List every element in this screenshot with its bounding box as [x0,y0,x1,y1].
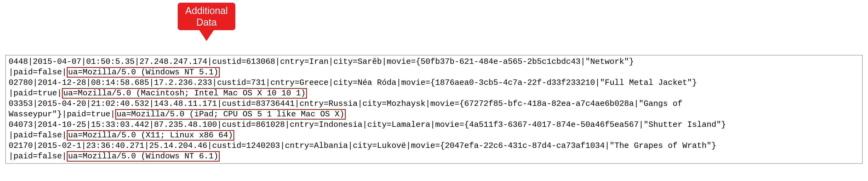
log-line: |paid=false|ua=Mozilla/5.0 (Windows NT 6… [9,151,859,161]
highlight-ua: ua=Mozilla/5.0 (Windows NT 6.1) [67,151,220,161]
log-line: 0448|2015-04-07|01:50:5.35|27.248.247.17… [9,57,859,67]
log-text: |paid=false| [9,68,67,77]
callout-line2: Data [185,17,228,28]
log-line: |paid=false|ua=Mozilla/5.0 (X11; Linux x… [9,130,859,141]
log-text: |paid=false| [9,152,67,161]
highlight-ua: ua=Mozilla/5.0 (Macintosh; Intel Mac OS … [62,88,307,98]
highlight-ua: ua=Mozilla/5.0 (X11; Linux x86 64) [67,130,234,141]
highlight-ua: ua=Mozilla/5.0 (iPad; CPU OS 5 1 like Ma… [115,109,346,120]
log-text: 04073|2014-10-25|15:33:03.442|87.235.48.… [9,120,726,129]
log-line: |paid=true|ua=Mozilla/5.0 (Macintosh; In… [9,88,859,98]
callout-box: Additional Data [178,3,235,30]
log-line: Wasseypur"}|paid=true|ua=Mozilla/5.0 (iP… [9,109,859,120]
callout-line1: Additional [185,5,228,17]
log-text: |paid=false| [9,131,67,140]
log-line: 02780|2014-12-28|08:14:58.685|17.2.236.2… [9,78,859,88]
log-text: 02780|2014-12-28|08:14:58.685|17.2.236.2… [9,78,697,87]
log-line: 02170|2015-02-1|23:36:40.271|25.14.204.4… [9,141,859,151]
log-line: |paid=false|ua=Mozilla/5.0 (Windows NT 5… [9,67,859,78]
log-text: 02170|2015-02-1|23:36:40.271|25.14.204.4… [9,141,716,150]
log-line: 04073|2014-10-25|15:33:03.442|87.235.48.… [9,120,859,130]
highlight-ua: ua=Mozilla/5.0 (Windows NT 5.1) [67,67,220,78]
log-text: Wasseypur"}|paid=true| [9,110,115,119]
log-line: 03353|2015-04-20|21:02:40.532|143.48.11.… [9,98,859,109]
callout-annotation: Additional Data [178,3,235,41]
log-text: |paid=true| [9,89,62,98]
log-output-box: 0448|2015-04-07|01:50:5.35|27.248.247.17… [5,55,863,164]
log-text: 0448|2015-04-07|01:50:5.35|27.248.247.17… [9,57,634,66]
callout-arrow-icon [199,30,214,41]
log-text: 03353|2015-04-20|21:02:40.532|143.48.11.… [9,99,682,108]
